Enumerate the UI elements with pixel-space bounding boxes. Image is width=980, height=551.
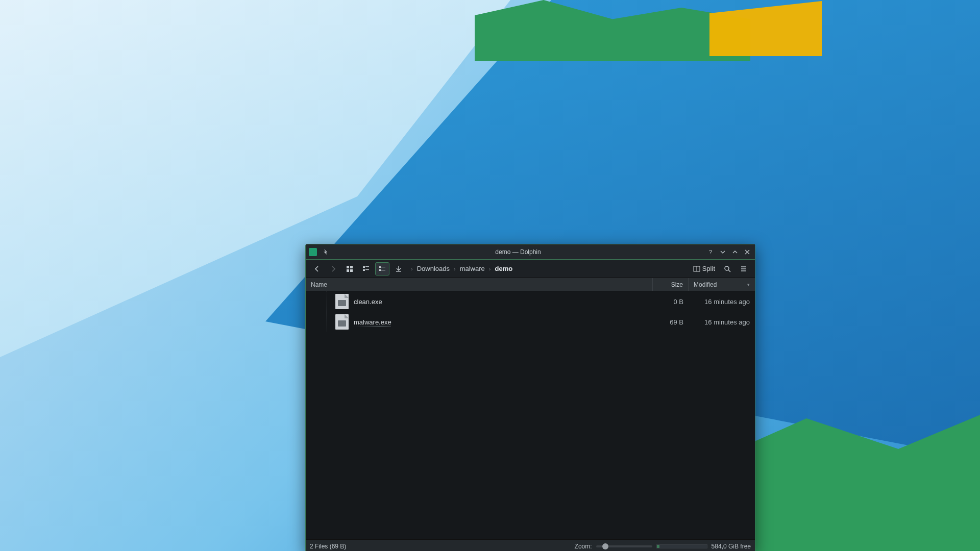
file-row[interactable]: clean.exe 0 B 16 minutes ago xyxy=(306,291,755,312)
column-header-name[interactable]: Name xyxy=(306,278,653,291)
zoom-slider-thumb[interactable] xyxy=(602,543,608,549)
svg-rect-9 xyxy=(379,266,381,268)
view-compact-button[interactable] xyxy=(359,262,373,276)
file-name: malware.exe xyxy=(354,318,653,326)
breadcrumb-item-current[interactable]: demo xyxy=(493,264,514,273)
column-headers: Name Size Modified ▾ xyxy=(306,278,755,291)
file-list[interactable]: clean.exe 0 B 16 minutes ago malware.exe… xyxy=(306,291,755,539)
file-manager-window: demo — Dolphin ? xyxy=(305,244,755,551)
minimize-button[interactable] xyxy=(718,247,727,257)
column-header-modified[interactable]: Modified ▾ xyxy=(689,278,755,291)
maximize-button[interactable] xyxy=(730,247,740,257)
toolbar: › Downloads › malware › demo Split xyxy=(306,260,755,278)
zoom-label: Zoom: xyxy=(575,543,592,550)
executable-file-icon xyxy=(335,294,349,309)
chevron-right-icon: › xyxy=(488,266,492,272)
file-modified: 16 minutes ago xyxy=(689,318,755,326)
tree-guide xyxy=(326,291,333,312)
view-icons-button[interactable] xyxy=(342,262,357,276)
pin-icon[interactable] xyxy=(321,247,330,257)
svg-rect-3 xyxy=(347,269,349,272)
chevron-right-icon: › xyxy=(410,266,414,272)
window-title: demo — Dolphin xyxy=(330,248,706,256)
split-view-button[interactable]: Split xyxy=(690,265,718,272)
svg-line-16 xyxy=(728,270,730,272)
svg-rect-2 xyxy=(350,266,353,268)
nav-forward-button xyxy=(326,262,340,276)
svg-rect-6 xyxy=(365,266,369,267)
search-button[interactable] xyxy=(720,262,734,276)
svg-rect-1 xyxy=(347,266,349,268)
file-modified: 16 minutes ago xyxy=(689,298,755,306)
zoom-control: Zoom: xyxy=(575,543,652,550)
hamburger-menu-button[interactable] xyxy=(737,262,751,276)
split-label: Split xyxy=(702,265,715,272)
breadcrumb-item[interactable]: Downloads xyxy=(415,264,452,273)
svg-text:?: ? xyxy=(709,249,712,255)
svg-rect-4 xyxy=(350,269,353,272)
disk-capacity-bar xyxy=(656,544,707,548)
svg-rect-12 xyxy=(381,270,385,270)
tree-guide xyxy=(326,312,333,332)
svg-rect-11 xyxy=(379,269,381,271)
view-details-button[interactable] xyxy=(375,262,389,276)
url-navigator-button[interactable] xyxy=(391,262,406,276)
zoom-slider[interactable] xyxy=(596,545,652,547)
titlebar[interactable]: demo — Dolphin ? xyxy=(306,244,755,260)
svg-rect-7 xyxy=(363,269,365,271)
executable-file-icon xyxy=(335,314,349,330)
breadcrumb-item[interactable]: malware xyxy=(458,264,487,273)
app-icon xyxy=(309,248,317,256)
close-button[interactable] xyxy=(743,247,752,257)
chevron-down-icon: ▾ xyxy=(747,282,750,287)
breadcrumb: › Downloads › malware › demo xyxy=(410,264,688,273)
svg-rect-10 xyxy=(381,267,385,267)
file-size: 69 B xyxy=(653,318,689,326)
file-row[interactable]: malware.exe 69 B 16 minutes ago xyxy=(306,312,755,332)
nav-back-button[interactable] xyxy=(310,262,324,276)
statusbar: 2 Files (69 B) Zoom: 584,0 GiB free xyxy=(306,539,755,551)
chevron-right-icon: › xyxy=(453,266,457,272)
svg-rect-5 xyxy=(363,266,365,268)
column-header-size[interactable]: Size xyxy=(653,278,689,291)
file-size: 0 B xyxy=(653,298,689,306)
svg-rect-8 xyxy=(365,269,369,270)
status-summary: 2 Files (69 B) xyxy=(310,543,346,550)
svg-point-15 xyxy=(725,266,729,270)
help-button[interactable]: ? xyxy=(706,247,715,257)
disk-free: 584,0 GiB free xyxy=(712,543,751,550)
file-name: clean.exe xyxy=(354,298,653,306)
